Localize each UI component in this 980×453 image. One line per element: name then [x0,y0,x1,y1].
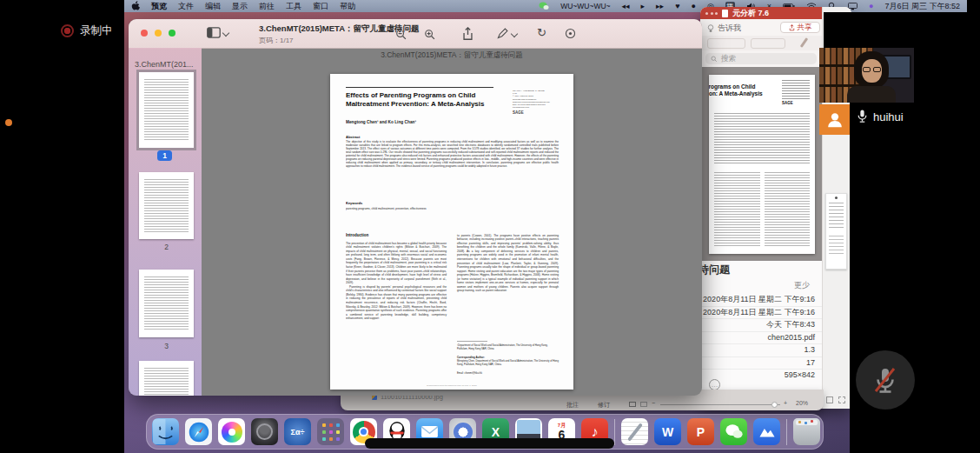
sage-logo: SAGE [513,110,560,115]
zoom-in-button[interactable] [424,29,436,41]
info-file-title: 留守儿童虐待问题 [700,263,817,276]
menu-tools[interactable]: 工具 [286,1,301,12]
ribbon-button[interactable] [751,38,785,49]
page-thumbnail-1[interactable] [139,72,194,148]
info-value-opened: 今天 下午8:43 [702,318,822,331]
sidebar-toggle-button[interactable] [207,27,228,38]
microphone-muted-button[interactable] [856,350,915,410]
zoom-slider-track[interactable] [660,404,780,405]
glasses-left-lens [863,67,871,72]
word-window-controls[interactable] [705,12,718,15]
zoom-percentage: 20% [796,400,808,406]
info-title-clip: 留守儿童虐待问题 [700,263,817,276]
dock-textedit[interactable] [621,418,648,445]
status-track-changes[interactable]: 修订 [598,401,610,410]
file-info-panel: 留守儿童虐待问题 更少 2020年8月11日 星期二 下午9:16 2020年8… [700,261,824,409]
apple-logo-icon[interactable] [131,1,140,11]
zoom-plus[interactable]: + [784,400,787,406]
menu-file[interactable]: 文件 [178,1,194,12]
ribbon-button[interactable] [707,38,745,49]
dock-stats-app[interactable]: Σα÷ [284,418,311,445]
share-button[interactable] [462,27,473,41]
media-previous-icon[interactable]: ◂◂ [622,2,630,10]
introduction-heading: Introduction [346,233,368,237]
intro-column-1: The prevention of child maltreatment has… [346,241,447,320]
menu-view[interactable]: 显示 [232,1,248,12]
rotate-button[interactable]: ↻ [537,26,546,39]
zoom-window-button[interactable] [169,30,175,37]
media-next-icon[interactable]: ▸▸ [656,2,664,10]
dock-launchpad[interactable] [317,418,344,445]
zoom-minus[interactable]: − [652,400,655,406]
dock-divider [614,419,615,445]
record-dot-icon [61,24,74,37]
tell-me-control[interactable]: 告诉我 [707,23,741,34]
status-comments[interactable]: 批注 [566,401,579,410]
markup-button[interactable] [497,28,517,39]
page-thumbnail-4[interactable] [139,361,194,396]
pane-expand-icon[interactable] [838,396,845,403]
pencil-icon [497,28,508,39]
menu-go[interactable]: 前往 [259,1,275,12]
dock-trash[interactable] [793,418,820,445]
menu-help[interactable]: 帮助 [340,1,355,12]
page-thumbnail-3[interactable] [139,270,194,337]
dock-powerpoint[interactable]: P [687,418,714,445]
status-circle-icon[interactable]: ● [691,2,695,10]
mic-muted-icon [868,363,903,397]
media-play-icon[interactable]: ▸ [641,2,646,10]
video-panel-background [914,48,980,103]
menu-edit[interactable]: 编辑 [205,1,221,12]
info-value-version: 1.3 [702,343,822,356]
orange-status-dot [5,119,12,126]
page-thumbnail-2[interactable] [139,172,194,239]
mini-title-fragment: Effects of Parenting Programs on Child M… [709,83,776,97]
info-value-pages: 17 [702,356,822,370]
word-search-field[interactable]: 搜索 [705,53,817,64]
minimize-button[interactable] [155,30,162,37]
keywords-text: parenting programs, child maltreatment, … [346,206,559,210]
menu-preview[interactable]: 预览 [151,1,167,12]
glasses-right-lens [873,67,881,72]
dock-divider [786,419,787,445]
word-tellme-row: 告诉我 共享 [700,19,824,37]
mini-column-2 [765,172,810,247]
dock-system-preferences[interactable] [251,418,278,445]
dock-word[interactable]: W [654,418,681,445]
document-icon [722,10,728,17]
download-footer: Downloaded from tva.sagepub.com on May 7… [330,383,573,386]
share-button[interactable]: 共享 [780,22,820,33]
title-rule [346,87,493,88]
pdf-page: Effects of Parenting Programs on Child M… [330,74,573,390]
heart-icon[interactable]: ♥ [675,2,679,10]
zoom-out-button[interactable] [395,29,407,41]
purple-app-icon[interactable]: ● [869,2,873,10]
view-web-layout-icon[interactable] [640,402,647,407]
dock-tencent-meeting[interactable] [753,418,780,445]
dock-wechat[interactable] [720,418,747,445]
lightbulb-icon [707,24,714,33]
microphone-icon [857,110,868,123]
sidebar-filename: 3.ChenMT(201... [135,60,197,69]
zoom-slider-knob[interactable] [771,402,778,408]
menubar-clock[interactable]: 7月6日 周三 下午8:52 [884,1,960,12]
highlight-button[interactable] [565,28,576,39]
search-icon [711,56,718,63]
dock-finder[interactable] [152,418,179,445]
close-button[interactable] [141,30,148,37]
participant-name: huihui [873,110,904,123]
view-print-layout-icon[interactable] [629,402,636,407]
corresponding-text: Mengtong Chen, Department of Social Work… [457,360,559,367]
show-less-link[interactable]: 更少 [700,280,817,291]
word-title-bar[interactable]: 元分析 7.6 [700,7,824,19]
word-ribbon [700,36,824,51]
recording-indicator[interactable]: 录制中 [61,23,113,38]
dock-safari[interactable] [185,418,212,445]
pdf-page-content: Effects of Parenting Programs on Child M… [330,74,573,390]
dock-photos[interactable] [218,418,245,445]
keywords-heading: Keywords [346,201,362,205]
wechat-menubar-icon[interactable] [539,2,549,10]
menu-window[interactable]: 窗口 [313,1,328,12]
info-value-dimensions: 595×842 [702,369,822,382]
pane-tool-icon[interactable] [826,396,833,403]
